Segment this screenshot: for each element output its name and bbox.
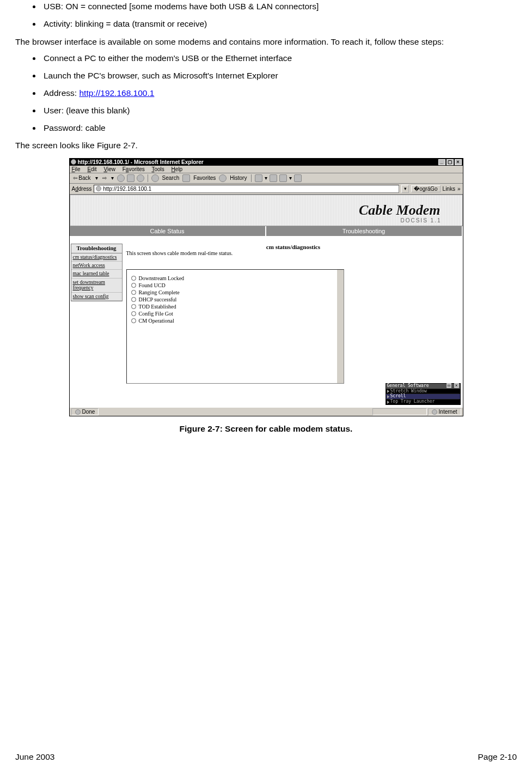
overlay-title: General Software — [387, 384, 429, 389]
favorites-icon[interactable] — [182, 174, 190, 182]
footer-page: Page 2-10 — [478, 752, 517, 762]
status-done: Done — [82, 409, 95, 415]
internet-icon — [432, 409, 437, 415]
status-config: Config File Got — [139, 311, 173, 317]
overlay-row-stretch[interactable]: Stretch Window — [390, 389, 427, 394]
sidebar-item-downstream[interactable]: set downstream frequency — [71, 278, 122, 293]
status-downstream: Downstream Locked — [139, 275, 185, 281]
forward-button[interactable]: ▾ — [94, 175, 99, 181]
arrow-icon — [387, 401, 389, 404]
done-icon — [75, 409, 81, 415]
radio-icon[interactable] — [131, 311, 136, 316]
overlay-min-icon[interactable]: ▭ — [447, 383, 451, 388]
step-launch: Launch the PC's browser, such as Microso… — [41, 71, 517, 81]
address-input[interactable]: http://192.168.100.1 — [94, 185, 399, 193]
discuss-icon[interactable] — [294, 174, 302, 182]
status-tod: TOD Established — [139, 304, 176, 310]
menu-help[interactable]: Help — [172, 166, 183, 172]
radio-icon[interactable] — [131, 297, 136, 302]
close-button[interactable]: × — [455, 159, 462, 165]
address-dropdown[interactable]: ▾ — [401, 185, 409, 193]
minimize-button[interactable]: _ — [438, 159, 445, 165]
status-ucd: Found UCD — [139, 282, 166, 288]
address-label: Address — [72, 186, 92, 192]
bullet-activity: Activity: blinking = data (transmit or r… — [41, 19, 517, 29]
menu-favorites[interactable]: Favorites — [123, 166, 145, 172]
window-title: http://192.168.100.1/ - Microsoft Intern… — [78, 159, 204, 165]
step-password: Password: cable — [41, 123, 517, 133]
go-button[interactable]: �ográGo — [411, 185, 440, 192]
ie-screenshot: http://192.168.100.1/ - Microsoft Intern… — [69, 158, 463, 416]
edit-icon[interactable] — [279, 174, 287, 182]
overlay-row-tray[interactable]: Top Tray Launcher — [390, 399, 435, 404]
status-operational: CM Operational — [139, 318, 174, 324]
step-address: Address: http://192.168.100.1 — [41, 88, 517, 98]
status-internet: Internet — [439, 409, 457, 415]
banner-title: Cable Modem — [359, 203, 441, 219]
sidebar-item-status[interactable]: cm status/diagnostics — [71, 253, 122, 262]
menu-view[interactable]: View — [103, 166, 115, 172]
address-value: http://192.168.100.1 — [103, 186, 151, 192]
status-ranging: Ranging Complete — [139, 289, 180, 295]
forward-arrow[interactable]: ⇨ — [101, 175, 108, 181]
radio-icon[interactable] — [131, 304, 136, 309]
menu-tools[interactable]: Tools — [151, 166, 164, 172]
step-user: User: (leave this blank) — [41, 106, 517, 116]
ie-icon — [71, 159, 76, 165]
window-titlebar: http://192.168.100.1/ - Microsoft Intern… — [70, 159, 463, 166]
address-bar: Address http://192.168.100.1 ▾ �ográGo L… — [70, 184, 463, 195]
sidebar-item-mac[interactable]: mac learned table — [71, 270, 122, 278]
status-box: Downstream Locked Found UCD Ranging Comp… — [126, 269, 344, 384]
menu-bar: File Edit View Favorites Tools Help — [70, 166, 463, 173]
home-icon[interactable] — [137, 174, 144, 182]
links-chevron[interactable]: » — [457, 186, 461, 192]
refresh-icon[interactable] — [127, 174, 134, 182]
bullet-usb: USB: ON = connected [some modems have bo… — [41, 2, 517, 11]
footer-date: June 2003 — [15, 752, 54, 762]
radio-icon[interactable] — [131, 290, 136, 295]
intro-paragraph: The browser interface is available on so… — [15, 37, 517, 48]
radio-icon[interactable] — [131, 318, 136, 323]
maximize-button[interactable]: ▢ — [447, 159, 454, 165]
overlay-window: General Software ▭ × Stretch Window Scro… — [386, 383, 461, 405]
page-footer: June 2003 Page 2-10 — [15, 752, 517, 762]
forward-menu[interactable]: ▾ — [110, 175, 115, 181]
menu-edit[interactable]: Edit — [87, 166, 96, 172]
stop-icon[interactable] — [117, 174, 125, 182]
overlay-close-icon[interactable]: × — [454, 383, 459, 388]
favorites-button[interactable]: Favorites — [192, 175, 217, 181]
page-icon — [96, 186, 101, 191]
radio-icon[interactable] — [131, 283, 136, 288]
tab-cable-status[interactable]: Cable Status — [70, 226, 266, 236]
modem-url-link[interactable]: http://192.168.100.1 — [79, 88, 154, 98]
search-icon[interactable] — [151, 174, 159, 182]
figure-caption: Figure 2-7: Screen for cable modem statu… — [15, 424, 517, 434]
panel-description: This screen shows cable modem real-time … — [126, 250, 461, 256]
sidebar: Troubleshooting cm status/diagnostics ne… — [71, 244, 123, 301]
history-icon[interactable] — [219, 174, 227, 182]
sidebar-item-network[interactable]: netWork access — [71, 262, 122, 270]
menu-file[interactable]: File — [72, 166, 81, 172]
address-prefix: Address: — [44, 88, 79, 98]
sidebar-item-scan[interactable]: show scan config — [71, 293, 122, 301]
history-button[interactable]: History — [229, 175, 248, 181]
figure-reference: The screen looks like Figure 2-7. — [15, 141, 517, 150]
panel-title: cm status/diagnostics — [126, 244, 461, 250]
radio-icon[interactable] — [131, 276, 136, 281]
back-button[interactable]: ⇦ Back — [72, 175, 92, 181]
overlay-row-scroll[interactable]: Scroll — [390, 394, 406, 399]
print-icon[interactable] — [270, 174, 277, 182]
banner: Cable Modem DOCSIS 1.1 — [70, 195, 463, 226]
banner-subtitle: DOCSIS 1.1 — [400, 217, 441, 223]
arrow-icon — [387, 395, 389, 398]
status-bar: Done Internet — [70, 407, 463, 416]
step-connect: Connect a PC to either the modem's USB o… — [41, 53, 517, 63]
status-dhcp: DHCP successful — [139, 296, 177, 302]
sidebar-header: Troubleshooting — [71, 244, 122, 253]
mail-icon[interactable] — [255, 174, 262, 182]
links-label[interactable]: Links — [443, 186, 455, 192]
tab-row: Cable Status Troubleshooting — [70, 226, 463, 236]
arrow-icon — [387, 390, 389, 393]
tab-troubleshooting[interactable]: Troubleshooting — [266, 226, 463, 236]
search-button[interactable]: Search — [161, 175, 181, 181]
